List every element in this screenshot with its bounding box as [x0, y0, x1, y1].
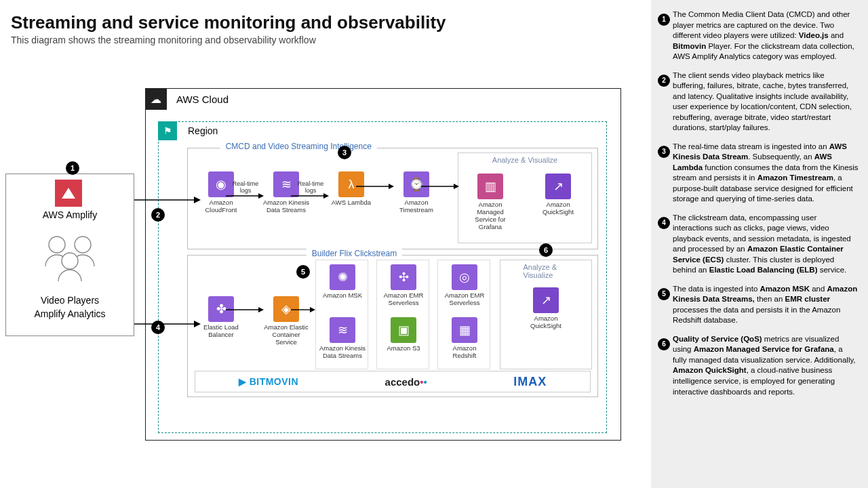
svg-marker-18 [310, 307, 315, 312]
svg-marker-12 [389, 184, 394, 189]
emr-label-2: Amazon EMR Serverless [441, 292, 488, 307]
redshift-label: Amazon Redshift [441, 345, 488, 360]
svc-emr-2: ◎ Amazon EMR Serverless [441, 264, 488, 307]
accedo-logo: accedo•• [385, 376, 427, 388]
analyze-visualize-top: Analyze & Visualize ▥ Amazon Managed Ser… [458, 152, 592, 243]
emr-icon-1: ✣ [391, 264, 416, 290]
kinesis-icon-bottom: ≋ [330, 317, 355, 343]
client-box: AWS Amplify Video Players Amplify Analyt… [5, 174, 134, 336]
note-badge-5: 5 [658, 288, 670, 300]
svc-quicksight-top: ↗ Amazon QuickSight [534, 174, 582, 216]
arrow-ecs-out [291, 303, 318, 317]
users-icon [40, 234, 101, 281]
note-text-1: The Common Media Client Data (CMCD) and … [673, 9, 859, 62]
timestream-label: Amazon Timestream [393, 199, 440, 214]
ecs-label: Amazon Elastic Container Service [262, 324, 310, 346]
cmcd-section-title: CMCD and Video Streaming Intelligence [220, 142, 377, 151]
step-badge-4: 4 [151, 321, 165, 334]
step-badge-2: 2 [151, 208, 165, 222]
svg-point-0 [49, 237, 65, 253]
quicksight-icon-bottom: ↗ [533, 287, 559, 313]
quicksight-label-bottom: Amazon QuickSight [522, 315, 570, 330]
svg-marker-8 [258, 193, 264, 199]
arrow-elb-ecs [226, 303, 267, 317]
quicksight-icon: ↗ [545, 174, 571, 199]
note-text-4: The clickstream data, encompassing user … [673, 213, 859, 276]
note-row-4: 4The clickstream data, encompassing user… [658, 213, 859, 276]
svc-kinesis-bottom: ≋ Amazon Kinesis Data Streams [319, 317, 366, 360]
step-badge-5: 5 [296, 265, 310, 279]
svg-marker-16 [258, 307, 264, 312]
analyze-visualize-title-top: Analyze & Visualize [492, 156, 557, 164]
elb-label: Elastic Load Balancer [197, 324, 245, 339]
svg-marker-10 [323, 193, 329, 199]
svg-marker-14 [454, 184, 459, 189]
emr-icon-2: ◎ [452, 264, 477, 290]
msk-icon: ✺ [330, 264, 355, 290]
kinesis-label-bottom: Amazon Kinesis Data Streams [319, 345, 366, 360]
svg-marker-6 [194, 321, 201, 327]
svc-quicksight-bottom: ↗ Amazon QuickSight [522, 287, 570, 330]
msk-label: Amazon MSK [319, 292, 366, 300]
svg-point-2 [62, 253, 78, 269]
page-title: Streaming and service monitoring and obs… [11, 12, 640, 33]
builderflix-section: Builder Flix Clickstream 5 ✤ Elastic Loa… [187, 255, 598, 397]
emr-s3-column: ✣ Amazon EMR Serverless ▣ Amazon S3 [376, 260, 429, 369]
arrow-client-cloudfront [134, 193, 202, 214]
note-row-1: 1The Common Media Client Data (CMCD) and… [658, 9, 859, 62]
note-text-6: Quality of Service (QoS) metrics are vis… [673, 334, 859, 397]
page-subtitle: This diagram shows the streaming monitor… [11, 35, 640, 45]
imax-logo: IMAX [513, 375, 547, 389]
svg-marker-4 [194, 197, 201, 203]
svc-msk: ✺ Amazon MSK [319, 264, 366, 300]
aws-amplify-icon [55, 180, 82, 207]
arrow-cf-kds [226, 189, 267, 203]
cloud-icon: ☁ [145, 88, 167, 110]
svc-s3: ▣ Amazon S3 [380, 317, 427, 352]
note-row-3: 3The real-time data stream is ingested i… [658, 142, 859, 205]
note-badge-3: 3 [658, 146, 670, 158]
svc-redshift: ▦ Amazon Redshift [441, 317, 488, 360]
arrow-ts-analyze [421, 180, 462, 193]
aws-amplify-label: AWS Amplify [6, 209, 134, 220]
analyze-visualize-title-bottom: Analyze & Visualize [524, 263, 569, 279]
svg-point-1 [75, 237, 91, 253]
note-row-2: 2The client sends video playback metrics… [658, 70, 859, 134]
svc-emr-1: ✣ Amazon EMR Serverless [380, 264, 427, 307]
note-text-3: The real-time data stream is ingested in… [673, 142, 859, 205]
aws-cloud-box: ☁ AWS Cloud ⚑ Region CMCD and Video Stre… [145, 88, 621, 441]
step-badge-3: 3 [338, 146, 351, 159]
amplify-analytics-label: Amplify Analytics [6, 308, 134, 319]
note-text-2: The client sends video playback metrics … [673, 70, 859, 134]
emr-label-1: Amazon EMR Serverless [380, 292, 427, 307]
aws-cloud-label: AWS Cloud [176, 94, 229, 105]
msk-kds-column: ✺ Amazon MSK ≋ Amazon Kinesis Data Strea… [315, 260, 368, 369]
region-box: ⚑ Region CMCD and Video Streaming Intell… [158, 121, 607, 433]
analyze-visualize-bottom: Analyze & Visualize ↗ Amazon QuickSight [500, 260, 592, 369]
grafana-icon: ▥ [477, 174, 503, 199]
cmcd-section: CMCD and Video Streaming Intelligence 3 … [187, 148, 598, 249]
note-badge-6: 6 [658, 338, 670, 350]
partners-strip: ▶ BITMOVIN accedo•• IMAX [195, 371, 591, 392]
arrow-client-elb [134, 317, 202, 338]
arrow-kds-lambda [291, 189, 332, 203]
diagram: 1 AWS Amplify Video Players Amplify Anal… [11, 88, 628, 447]
emr-redshift-column: ◎ Amazon EMR Serverless ▦ Amazon Redshif… [437, 260, 490, 369]
quicksight-label-top: Amazon QuickSight [534, 201, 582, 216]
video-players-label: Video Players [6, 295, 134, 306]
note-badge-1: 1 [658, 14, 670, 26]
bitmovin-logo: ▶ BITMOVIN [239, 376, 298, 387]
arrow-lambda-ts [356, 180, 397, 193]
note-row-5: 5The data is ingested into Amazon MSK an… [658, 284, 859, 326]
note-text-5: The data is ingested into Amazon MSK and… [673, 284, 859, 326]
step-badge-1: 1 [66, 161, 79, 175]
s3-icon: ▣ [391, 317, 416, 343]
note-row-6: 6Quality of Service (QoS) metrics are vi… [658, 334, 859, 397]
step-badge-6: 6 [539, 243, 553, 257]
note-badge-4: 4 [658, 217, 670, 229]
notes-sidebar: 1The Common Media Client Data (CMCD) and… [651, 0, 868, 488]
lambda-label: AWS Lambda [328, 199, 375, 207]
grafana-label: Amazon Managed Service for Grafana [467, 201, 514, 231]
main-area: Streaming and service monitoring and obs… [0, 0, 651, 488]
region-label: Region [188, 125, 218, 136]
